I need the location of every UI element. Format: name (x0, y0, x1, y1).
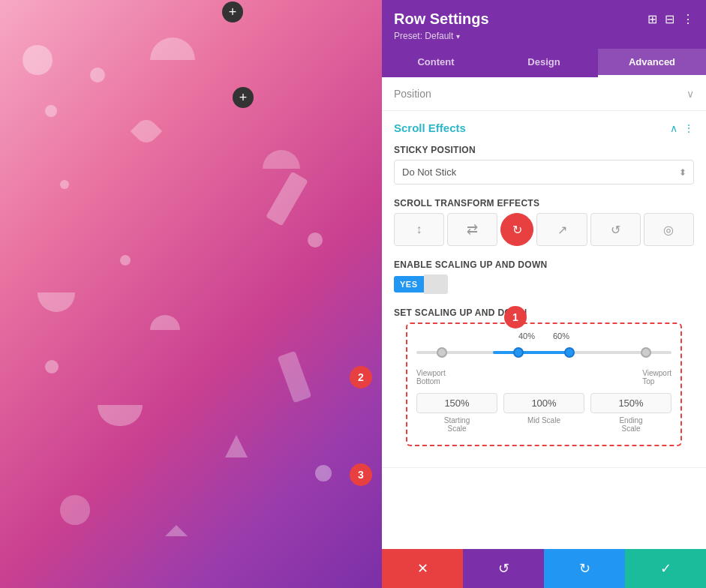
deco-shape (98, 405, 143, 426)
add-row-button-top[interactable]: + (222, 2, 243, 22)
panel-footer: ✕ ↺ ↻ ✓ (382, 549, 706, 588)
scale-inputs-row: 150% StartingScale 100% Mid Scale 150% E… (416, 393, 671, 433)
save-button[interactable]: ✓ (625, 549, 706, 588)
deco-shape (131, 116, 162, 147)
deco-shape (263, 150, 300, 169)
badge-3: 3 (350, 464, 372, 486)
scroll-transform-label: Scroll Transform Effects (394, 198, 694, 208)
toggle-no[interactable] (424, 274, 448, 294)
starting-scale-input[interactable]: 150% (416, 393, 497, 413)
slider-thumb-mid1[interactable] (513, 347, 524, 358)
deco-shape (165, 525, 188, 536)
preset-selector[interactable]: Preset: Default ▾ (394, 31, 694, 41)
panel-header: Row Settings ⊞ ⊟ ⋮ Preset: Default ▾ (382, 0, 706, 49)
mid-scale-input[interactable]: 100% (503, 393, 584, 413)
panel-header-top: Row Settings ⊞ ⊟ ⋮ (394, 10, 694, 28)
deco-shape (45, 360, 59, 374)
ending-scale-group: 150% EndingScale (590, 393, 671, 433)
set-scaling-field: Set Scaling Up and Down 40% 60% (382, 304, 706, 467)
panel-tabs: Content Design Advanced (382, 49, 706, 77)
sticky-position-select[interactable]: Do Not Stick Stick to Top Stick to Botto… (394, 160, 694, 184)
ending-scale-input[interactable]: 150% (590, 393, 671, 413)
badge-1: 1 (504, 306, 527, 328)
scroll-effects-title: Scroll Effects (394, 122, 466, 134)
deco-shape (120, 255, 131, 266)
starting-scale-label: StartingScale (444, 416, 470, 433)
slider-percent-labels: 40% 60% (416, 332, 671, 340)
position-chevron: ∨ (686, 88, 694, 100)
redo-button[interactable]: ↻ (544, 549, 625, 588)
scroll-effects-icons: ∧ ⋮ (670, 122, 694, 134)
sticky-position-label: Sticky Position (394, 145, 694, 155)
deco-shape (225, 435, 248, 458)
position-label: Position (394, 88, 431, 100)
slider-track (416, 351, 671, 354)
deco-shape (60, 180, 69, 189)
position-header[interactable]: Position ∨ (382, 77, 706, 110)
slider-thumb-start[interactable] (437, 347, 447, 358)
deco-shape (315, 465, 332, 482)
cancel-button[interactable]: ✕ (382, 549, 463, 588)
transform-rotate-btn[interactable]: ↻ (500, 213, 533, 246)
panel-body: Position ∨ Scroll Effects ∧ ⋮ Sticky Pos… (382, 77, 706, 549)
badge-2: 2 (350, 366, 372, 388)
enable-scaling-label: Enable Scaling Up and Down (394, 260, 694, 270)
deco-shape (150, 315, 180, 330)
columns-icon[interactable]: ⊟ (665, 12, 674, 26)
mid-scale-group: 100% Mid Scale (503, 393, 584, 433)
slider-fill (493, 351, 569, 354)
sticky-position-select-wrapper: Do Not Stick Stick to Top Stick to Botto… (394, 160, 694, 184)
transform-vertical-btn[interactable]: ↕ (394, 213, 444, 246)
sticky-position-field: Sticky Position Do Not Stick Stick to To… (382, 142, 706, 195)
viewport-labels: ViewportBottom ViewportTop (416, 369, 671, 386)
scroll-effects-more-icon[interactable]: ⋮ (683, 122, 694, 134)
deco-shape (60, 495, 90, 525)
transform-icons-btns: ↕ ⇄ ↻ ↗ ↺ ◎ (394, 213, 694, 246)
transform-opacity-btn[interactable]: ◎ (644, 213, 694, 246)
viewport-top-label: ViewportTop (642, 369, 671, 386)
expand-icon[interactable]: ⊞ (647, 12, 657, 26)
tab-advanced[interactable]: Advanced (598, 49, 706, 77)
row-settings-panel: Row Settings ⊞ ⊟ ⋮ Preset: Default ▾ Con… (382, 0, 706, 588)
preset-label-text: Preset: Default (394, 31, 453, 41)
slider-label-40: 40% (518, 332, 535, 340)
tab-design[interactable]: Design (490, 49, 598, 77)
more-options-icon[interactable]: ⋮ (682, 12, 694, 26)
transform-skew-btn[interactable]: ↗ (536, 213, 587, 246)
deco-shape (278, 351, 312, 404)
canvas-area (0, 0, 383, 588)
slider-thumb-mid2[interactable] (564, 347, 575, 358)
tab-content[interactable]: Content (382, 49, 490, 77)
scroll-effects-collapse-icon[interactable]: ∧ (670, 122, 677, 134)
slider-thumb-end[interactable] (641, 347, 651, 358)
panel-title: Row Settings (394, 10, 489, 28)
scroll-effects-header: Scroll Effects ∧ ⋮ (382, 111, 706, 142)
viewport-bottom-label: ViewportBottom (416, 369, 446, 386)
scroll-transform-row: Scroll Transform Effects ↕ ⇄ ↻ ↗ ↺ ◎ (382, 195, 706, 256)
deco-shape (45, 105, 57, 117)
enable-scaling-toggle[interactable]: YES (394, 274, 694, 294)
deco-shape (266, 171, 308, 226)
preset-chevron: ▾ (456, 32, 460, 40)
position-section: Position ∨ (382, 77, 706, 111)
starting-scale-group: 150% StartingScale (416, 393, 497, 433)
toggle-yes[interactable]: YES (394, 276, 424, 292)
set-scaling-label: Set Scaling Up and Down (394, 308, 694, 318)
panel-header-icons: ⊞ ⊟ ⋮ (647, 12, 694, 26)
add-row-button-mid[interactable]: + (233, 87, 254, 108)
slider-label-60: 60% (553, 332, 569, 340)
transform-refresh-btn[interactable]: ↺ (590, 213, 641, 246)
mid-scale-label: Mid Scale (527, 416, 560, 424)
deco-shape (90, 68, 105, 82)
ending-scale-label: EndingScale (619, 416, 642, 433)
transform-horizontal-btn[interactable]: ⇄ (447, 213, 497, 246)
undo-button[interactable]: ↺ (463, 549, 544, 588)
deco-shape (308, 232, 323, 248)
enable-scaling-field: Enable Scaling Up and Down YES (382, 256, 706, 304)
scroll-effects-section: Scroll Effects ∧ ⋮ Sticky Position Do No… (382, 111, 706, 468)
slider-track-container[interactable] (416, 345, 671, 360)
deco-shape (23, 45, 53, 75)
deco-shape (150, 38, 195, 60)
deco-shape (38, 292, 75, 312)
scaling-section: 40% 60% ViewportBottom View (406, 322, 682, 446)
